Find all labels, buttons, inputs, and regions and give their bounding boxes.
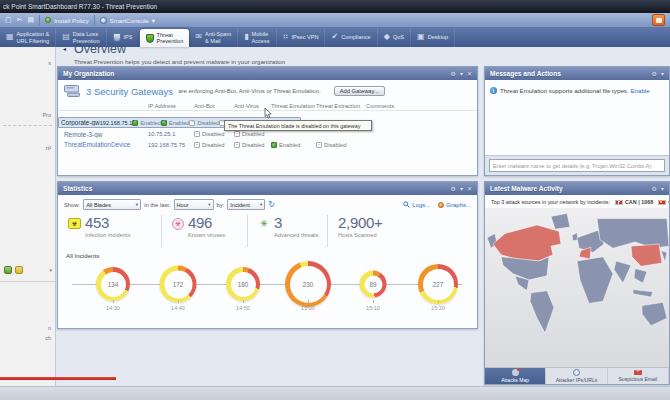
dlp-icon: ▤ (62, 33, 70, 42)
graphs-link[interactable]: Graphs... (438, 202, 471, 208)
tab-ipsec-vpn[interactable]: ⠶ IPsec VPN (277, 28, 326, 47)
messages-actions-header: Messages and Actions ⚙ ▾ (485, 67, 669, 80)
install-policy-icon (45, 17, 51, 23)
dash-icon (234, 142, 240, 148)
copy-icon[interactable]: ▤ (28, 16, 35, 24)
check-icon (271, 142, 277, 148)
dash-icon (189, 120, 195, 126)
collapse-icon[interactable]: ▾ (460, 70, 463, 77)
tab-suspicious-email[interactable]: Suspicious Email (608, 368, 669, 384)
gear-icon[interactable]: ⚙ (652, 70, 657, 77)
china-flag-icon (658, 200, 666, 205)
incident-donut[interactable]: 180 14:50 (210, 260, 276, 318)
window-bottom-band (0, 386, 670, 400)
save-icon[interactable]: ▢ (5, 16, 12, 24)
my-organization-panel: My Organization ⚙ ▾ ✕ 3 Security Gateway… (57, 66, 478, 176)
dash-icon (194, 142, 200, 148)
mouse-cursor-icon (264, 108, 272, 119)
canada-flag-icon (615, 200, 623, 205)
install-policy-button[interactable]: Install Policy (45, 17, 88, 24)
sidebar-collapse-icon[interactable]: ◂ (63, 45, 66, 52)
tab-anti-spam-mail[interactable]: ✉ Anti-Spam& Mail (189, 28, 238, 47)
toolbar-divider (39, 15, 40, 25)
tab-mobile-access[interactable]: ▮ MobileAccess (238, 28, 276, 47)
attacks-world-map[interactable] (485, 208, 669, 367)
message-item: i Threat Emulation supports additional f… (485, 80, 669, 94)
axis-tick (438, 300, 439, 303)
scissors-icon[interactable]: ✂ (17, 16, 23, 24)
check-icon (132, 120, 138, 126)
malware-view-tabs: Attacks Map Attacker IPs/URLs Suspicious… (485, 367, 669, 384)
gear-icon[interactable]: ⚙ (652, 185, 657, 192)
chevron-down-icon: ▾ (136, 202, 138, 207)
incident-donut[interactable]: 230 15:00 (275, 260, 341, 318)
tab-compliance[interactable]: ✔ Compliance (325, 28, 377, 47)
statistics-counters: ☣ 453 Infection incidents ☣ 496 Known vi… (58, 212, 477, 249)
incident-donut[interactable]: 89 15:10 (340, 260, 406, 318)
window-titlebar: ck Point SmartDashboard R77.30 - Threat … (0, 0, 670, 13)
quick-access-toolbar: ▢ ✂ ▤ Install Policy SmartConsole ▾ (0, 13, 670, 28)
malware-search-input[interactable] (489, 159, 665, 172)
incident-donut[interactable]: 172 14:40 (145, 260, 211, 318)
chevron-down-icon: ▾ (208, 202, 210, 207)
statistics-header: Statistics ⚙ ▾ ✕ (58, 182, 477, 195)
sidebar-item-fragment[interactable]: Pro (42, 112, 51, 118)
sidebar-item-fragment[interactable]: ch (45, 335, 51, 341)
lock-icon[interactable] (15, 266, 23, 274)
chevron-down-icon[interactable]: ▾ (49, 267, 52, 273)
dash-icon (234, 131, 240, 137)
dash-icon (316, 142, 322, 148)
navigation-sidebar: s Pro rt² ▾ n ch (0, 47, 56, 400)
vpn-dots-icon: ⠶ (283, 33, 289, 42)
tab-application-url-filtering[interactable]: ▦ Application &URL Filtering (0, 28, 56, 47)
threat-emulation-tooltip: The Threat Emulation blade is disabled o… (224, 120, 372, 131)
gateway-icon (64, 85, 81, 97)
close-icon[interactable]: ✕ (467, 70, 472, 77)
tab-desktop[interactable]: ▣ Desktop (411, 28, 455, 47)
counter-advanced-threats: ✳ 3 Advanced threats (247, 215, 327, 247)
smartconsole-button[interactable]: SmartConsole ▾ (100, 17, 155, 24)
top-attack-sources: Top 3 attack sources in your network by … (485, 195, 669, 207)
tab-attacks-map[interactable]: Attacks Map (485, 368, 546, 384)
table-row[interactable]: ThreatEmulationDevice 192.168.75.75 Disa… (58, 140, 477, 151)
gateway-count-link[interactable]: 3 Security Gateways (86, 86, 173, 97)
tab-threat-prevention[interactable]: ThreatPrevention (140, 29, 190, 47)
enable-link[interactable]: Enable (630, 87, 649, 94)
notification-icon[interactable] (652, 14, 665, 26)
by-select[interactable]: Incident▾ (227, 199, 265, 210)
logs-link[interactable]: Logs... (403, 201, 430, 208)
tab-qos[interactable]: ◆ QoS (378, 28, 411, 47)
axis-tick (113, 300, 114, 303)
ips-shield-icon (113, 33, 121, 42)
gear-icon[interactable]: ⚙ (451, 185, 456, 192)
add-gateway-button[interactable]: Add Gateway... (334, 86, 385, 96)
sidebar-item-fragment[interactable]: n (48, 325, 51, 331)
refresh-icon[interactable]: ↻ (268, 201, 275, 209)
sidebar-item-fragment[interactable]: s (48, 60, 51, 66)
blades-select[interactable]: All Blades▾ (83, 199, 141, 210)
statistics-panel: Statistics ⚙ ▾ ✕ Show: All Blades▾ in th… (57, 181, 478, 329)
chevron-down-icon: ▾ (152, 17, 155, 24)
gear-icon[interactable]: ⚙ (451, 70, 456, 77)
sidebar-item-fragment[interactable]: rt² (46, 145, 51, 151)
collapse-icon[interactable]: ▾ (460, 185, 463, 192)
incident-donut[interactable]: 134 14:30 (80, 260, 146, 318)
incident-donut[interactable]: 227 15:20 (405, 260, 471, 318)
show-label: Show: (64, 202, 80, 208)
mail-icon: ✉ (195, 33, 202, 42)
suspicious-email-icon (634, 370, 642, 375)
user-icon[interactable] (4, 266, 12, 274)
threat-star-icon: ✳ (258, 218, 270, 229)
tab-attacker-ips-urls[interactable]: Attacker IPs/URLs (546, 368, 607, 384)
collapse-icon[interactable]: ▾ (661, 185, 664, 192)
collapse-icon[interactable]: ▾ (661, 70, 664, 77)
threat-prevention-shield-icon (146, 34, 154, 43)
period-select[interactable]: Hour▾ (174, 199, 214, 210)
latest-malware-panel: Latest Malware Activity ⚙ ▾ Top 3 attack… (484, 181, 670, 385)
axis-time-label: 15:20 (405, 305, 471, 311)
video-progress-bar[interactable] (0, 377, 116, 380)
in-last-label: in the last: (144, 202, 170, 208)
close-icon[interactable]: ✕ (467, 185, 472, 192)
by-label: by: (217, 202, 225, 208)
app-url-filtering-icon: ▦ (6, 33, 14, 42)
